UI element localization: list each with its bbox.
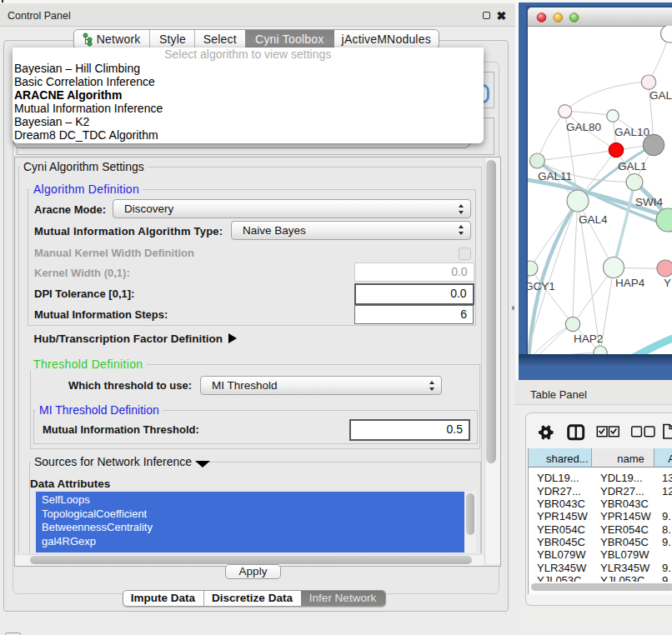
svg-text:GCY1: GCY1 [528,280,555,292]
svg-text:GAL1: GAL1 [618,160,647,172]
svg-text:GAL10: GAL10 [614,126,649,138]
svg-text:Y: Y [664,277,671,289]
svg-text:HAP2: HAP2 [574,332,603,345]
svg-text:HAP4: HAP4 [615,277,645,289]
svg-text:GAL7: GAL7 [649,89,672,102]
svg-text:SWI4: SWI4 [635,196,663,208]
svg-text:GAL80: GAL80 [566,121,601,133]
svg-text:GAL11: GAL11 [538,170,572,182]
svg-text:GAL4: GAL4 [579,213,608,226]
